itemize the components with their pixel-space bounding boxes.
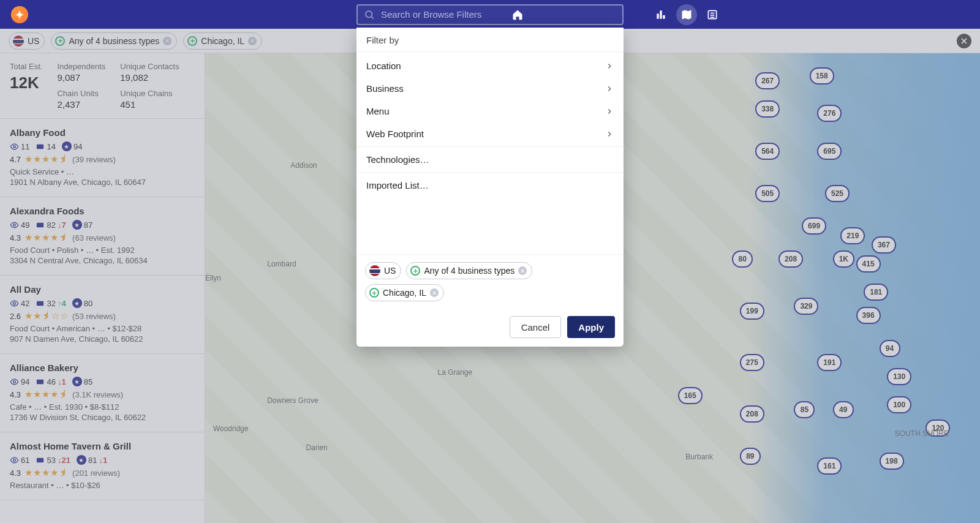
map-cluster-bubble[interactable]: 275 (740, 354, 764, 371)
result-address: 907 N Damen Ave, Chicago, IL 60622 (10, 334, 195, 344)
cancel-button[interactable]: Cancel (510, 316, 562, 338)
map-cluster-bubble[interactable]: 100 (887, 396, 911, 413)
compass-icon (15, 10, 24, 20)
rating-value: 2.6 (10, 312, 21, 321)
filter-item-technologies[interactable]: Technologies… (356, 148, 624, 171)
search-input[interactable] (380, 9, 616, 20)
map-cluster-bubble[interactable]: 85 (794, 401, 815, 418)
filter-item-label: Location (366, 61, 401, 71)
views-badge: 11 (10, 142, 29, 151)
map-place-label: Burbank (685, 453, 713, 461)
chip-country[interactable]: US (9, 32, 45, 50)
result-card[interactable]: Almost Home Tavern & Grill 61 53↓21 ★81↓… (0, 432, 205, 500)
filter-item-business[interactable]: Business (356, 77, 624, 100)
map-cluster-bubble[interactable]: 525 (825, 185, 850, 202)
svg-rect-2 (657, 13, 658, 18)
map-cluster-bubble[interactable]: 49 (833, 401, 854, 418)
chip-country[interactable]: US (365, 262, 401, 279)
map-view-button[interactable] (676, 4, 697, 25)
eye-icon (10, 377, 19, 386)
map-cluster-bubble[interactable]: 219 (840, 227, 865, 244)
filter-panel-title: Filter by (356, 28, 624, 52)
map-cluster-bubble[interactable]: 181 (864, 284, 888, 301)
map-cluster-bubble[interactable]: 208 (778, 250, 803, 268)
activity-icon (36, 377, 45, 386)
svg-rect-4 (663, 15, 665, 18)
rating-value: 4.3 (10, 468, 21, 478)
star-rating: ★★⯨☆☆ (24, 310, 69, 322)
map-cluster-bubble[interactable]: 208 (740, 405, 764, 423)
plus-icon: + (187, 36, 197, 46)
stat-label: Chain Units (57, 89, 105, 98)
map-cluster-bubble[interactable]: 396 (856, 307, 881, 324)
result-badges: 94 46↓1 ★85 (10, 377, 195, 386)
rating-row: 4.3 ★★★★⯨ (63 reviews) (10, 232, 195, 243)
map-cluster-bubble[interactable]: 165 (678, 387, 703, 404)
map-cluster-bubble[interactable]: 699 (802, 217, 826, 235)
remove-chip-icon[interactable]: ✕ (163, 37, 172, 45)
remove-chip-icon[interactable]: ✕ (248, 37, 257, 45)
clear-all-filters[interactable] (957, 34, 971, 48)
map-cluster-bubble[interactable]: 415 (856, 255, 881, 273)
us-flag-icon (369, 265, 380, 276)
list-view-button[interactable] (702, 4, 723, 25)
map-cluster-bubble[interactable]: 198 (880, 453, 904, 470)
review-count: (53 reviews) (72, 312, 116, 321)
views-badge: 94 (10, 377, 29, 386)
map-cluster-bubble[interactable]: 158 (810, 67, 834, 85)
map-cluster-bubble[interactable]: 1K (833, 250, 854, 268)
filter-item-menu[interactable]: Menu (356, 100, 624, 122)
analytics-button[interactable] (650, 4, 671, 25)
result-meta: Food Court • American • … • $12-$28 (10, 324, 195, 333)
review-count: (201 reviews) (72, 468, 120, 478)
result-meta: Quick Service • … (10, 167, 195, 176)
map-cluster-bubble[interactable]: 94 (880, 340, 900, 357)
map-cluster-bubble[interactable]: 191 (817, 354, 842, 371)
chip-location[interactable]: + Chicago, IL ✕ (183, 32, 262, 50)
score-badge: ★94 (62, 141, 82, 151)
remove-chip-icon[interactable]: ✕ (430, 288, 439, 297)
filter-item-location[interactable]: Location (356, 55, 624, 77)
map-cluster-bubble[interactable]: 695 (817, 143, 842, 160)
activity-badge: 14 (36, 142, 55, 151)
map-cluster-bubble[interactable]: 161 (817, 457, 842, 475)
remove-chip-icon[interactable]: ✕ (518, 266, 527, 275)
plus-icon: + (410, 266, 420, 276)
results-list[interactable]: Albany Food 11 14 ★94 4.7 ★★★★⯨ (39 revi… (0, 119, 205, 523)
map-cluster-bubble[interactable]: 564 (755, 143, 780, 160)
map-cluster-bubble[interactable]: 80 (732, 250, 753, 268)
search-container[interactable] (356, 4, 624, 25)
map-cluster-bubble[interactable]: 89 (740, 448, 761, 465)
chip-label: Chicago, IL (201, 36, 244, 46)
map-cluster-bubble[interactable]: 199 (740, 303, 764, 320)
chevron-right-icon (605, 130, 614, 138)
map-cluster-bubble[interactable]: 267 (755, 72, 780, 89)
stat-value: 451 (120, 99, 179, 110)
map-cluster-bubble[interactable]: 505 (755, 185, 780, 202)
map-cluster-bubble[interactable]: 130 (887, 368, 911, 385)
result-card[interactable]: Albany Food 11 14 ★94 4.7 ★★★★⯨ (39 revi… (0, 119, 205, 197)
filter-item-label: Imported List… (366, 180, 429, 190)
filter-panel: Filter by Location Business Menu Web Foo… (356, 28, 624, 347)
svg-point-11 (13, 145, 16, 148)
result-card[interactable]: Alliance Bakery 94 46↓1 ★85 4.3 ★★★★⯨ (3… (0, 354, 205, 432)
map-cluster-bubble[interactable]: 329 (794, 298, 818, 315)
star-icon: ★ (62, 141, 72, 151)
result-card[interactable]: All Day 42 32↑4 ★80 2.6 ★★⯨☆☆ (53 review… (0, 276, 205, 354)
map-cluster-bubble[interactable]: 338 (755, 100, 780, 118)
result-card[interactable]: Alexandra Foods 49 82↓7 ★87 4.3 ★★★★⯨ (6… (0, 197, 205, 276)
filter-item-web-footprint[interactable]: Web Footprint (356, 122, 624, 145)
map-cluster-bubble[interactable]: 367 (872, 236, 896, 254)
app-logo[interactable] (11, 6, 28, 23)
chip-business-types[interactable]: + Any of 4 business types ✕ (51, 32, 177, 50)
svg-rect-14 (37, 222, 43, 227)
filter-item-imported-list[interactable]: Imported List… (356, 174, 624, 197)
chip-location[interactable]: + Chicago, IL ✕ (365, 284, 444, 301)
map-cluster-bubble[interactable]: 276 (817, 105, 842, 122)
chip-business-types[interactable]: + Any of 4 business types ✕ (406, 262, 532, 279)
apply-button[interactable]: Apply (567, 316, 615, 338)
stat-label: Unique Chains (120, 89, 179, 98)
map-icon (680, 9, 693, 21)
activity-icon (36, 142, 45, 151)
map-place-label: Downers Grove (267, 396, 318, 405)
